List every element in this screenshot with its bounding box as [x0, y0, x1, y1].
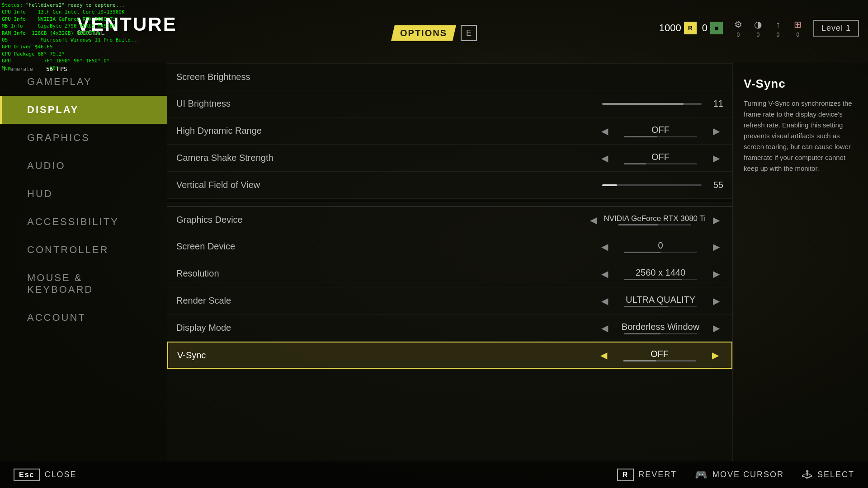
option-screen-brightness[interactable]: Screen Brightness [167, 63, 732, 90]
vsync-track [623, 360, 696, 361]
screen-device-arrow: ◀ 0 ▶ [330, 239, 723, 254]
screen-device-arrow-right[interactable]: ▶ [709, 239, 723, 254]
ui-brightness-label: UI Brightness [176, 99, 330, 109]
resource-sub-icon: ■ [710, 22, 723, 34]
ui-brightness-track [602, 103, 702, 105]
gpu-driver-label: GPU Driver [2, 44, 32, 50]
display-mode-arrow-right[interactable]: ▶ [709, 321, 723, 335]
vsync-value-wrapper: OFF [614, 349, 705, 361]
ram-info-value: 128GB (4x32GB) 4800MT/s [32, 30, 100, 36]
controller-icon: 🎮 [695, 469, 708, 481]
hud-icon-circle: ◑ 0 [752, 18, 764, 38]
sidebar: GAMEPLAY DISPLAY GRAPHICS AUDIO HUD ACCE… [0, 63, 167, 461]
cpu-package-value: 68° 79.2° [38, 51, 65, 57]
os-value: Microsoft Windows 11 Pro Build... [41, 37, 140, 43]
r-key[interactable]: R [617, 469, 634, 481]
render-scale-arrow: ◀ ULTRA QUALITY ▶ [330, 294, 723, 308]
camera-shake-arrow-right[interactable]: ▶ [709, 151, 723, 165]
close-action[interactable]: Esc CLOSE [14, 469, 77, 481]
select-icon: 🕹 [802, 469, 813, 481]
arrow-value: 0 [777, 32, 780, 38]
option-graphics-device[interactable]: Graphics Device ◀ NVIDIA GeForce RTX 308… [167, 206, 732, 233]
hdr-value: OFF [615, 125, 706, 135]
e-icon[interactable]: E [461, 25, 477, 41]
screen-device-label: Screen Device [176, 241, 330, 252]
screen-device-arrow-left[interactable]: ◀ [598, 239, 612, 254]
os-label: OS [2, 37, 8, 43]
graphics-device-control: ◀ NVIDIA GeForce RTX 3080 Ti ▶ [330, 213, 723, 227]
resolution-arrow-right[interactable]: ▶ [709, 267, 723, 281]
option-camera-shake[interactable]: Camera Shake Strength ◀ OFF ▶ [167, 145, 732, 172]
graphics-device-arrow-left[interactable]: ◀ [586, 213, 600, 227]
description-title: V-Sync [744, 77, 857, 91]
hdr-arrow-control: ◀ OFF ▶ [330, 124, 723, 138]
option-resolution[interactable]: Resolution ◀ 2560 x 1440 ▶ [167, 260, 732, 287]
vsync-value: OFF [614, 349, 705, 359]
sidebar-item-accessibility[interactable]: ACCESSIBILITY [0, 208, 167, 236]
camera-shake-track [624, 163, 697, 164]
sidebar-item-mouse-keyboard[interactable]: MOUSE & KEYBOARD [0, 264, 167, 304]
option-vsync[interactable]: V-Sync ◀ OFF ▶ [167, 342, 732, 369]
sidebar-item-controller[interactable]: CONTROLLER [0, 236, 167, 264]
options-center: OPTIONS E [391, 25, 477, 41]
select-action: 🕹 SELECT [802, 469, 854, 481]
hdr-control: ◀ OFF ▶ [330, 124, 723, 138]
circle-value: 0 [757, 32, 760, 38]
display-mode-arrow-left[interactable]: ◀ [598, 321, 612, 335]
top-right-hud: 1000 R 0 ■ ⚙ 0 ◑ 0 ↑ 0 ⊞ 0 Level 1 [659, 18, 859, 38]
cpu-package-label: CPU Package [2, 51, 35, 57]
gpu-driver-value: $46.65 [35, 44, 53, 50]
vsync-arrow-right[interactable]: ▶ [708, 348, 722, 362]
graphics-device-arrow-right[interactable]: ▶ [709, 213, 723, 227]
render-scale-arrow-left[interactable]: ◀ [598, 294, 612, 308]
hud-icons: ⚙ 0 ◑ 0 ↑ 0 ⊞ 0 [732, 18, 804, 38]
vfov-control: 55 [330, 180, 723, 190]
sidebar-item-audio[interactable]: AUDIO [0, 152, 167, 180]
graphics-device-value-wrapper: NVIDIA GeForce RTX 3080 Ti [604, 214, 706, 225]
vsync-arrow-left[interactable]: ◀ [597, 348, 611, 362]
display-mode-control: ◀ Borderless Window ▶ [330, 321, 723, 335]
option-hdr[interactable]: High Dynamic Range ◀ OFF ▶ [167, 117, 732, 145]
resolution-arrow-left[interactable]: ◀ [598, 267, 612, 281]
bottom-actions-right: R REVERT 🎮 MOVE CURSOR 🕹 SELECT [617, 469, 854, 481]
revert-action[interactable]: R REVERT [617, 469, 677, 481]
camera-shake-arrow-left[interactable]: ◀ [598, 151, 612, 165]
option-vfov[interactable]: Vertical Field of View 55 [167, 172, 732, 199]
render-scale-label: Render Scale [176, 296, 330, 306]
resource-icon: R [684, 22, 697, 34]
option-ui-brightness[interactable]: UI Brightness 11 [167, 90, 732, 117]
screen-brightness-label: Screen Brightness [176, 72, 330, 82]
revert-label: REVERT [638, 470, 677, 479]
circle-icon: ◑ [752, 18, 764, 31]
sidebar-item-graphics[interactable]: GRAPHICS [0, 124, 167, 152]
level-badge: Level 1 [813, 20, 859, 37]
arrow-up-icon: ↑ [772, 18, 784, 31]
display-mode-track [624, 333, 697, 334]
hdr-value-wrapper: OFF [615, 125, 706, 137]
sidebar-item-account[interactable]: ACCOUNT [0, 304, 167, 332]
vsync-arrow: ◀ OFF ▶ [331, 348, 722, 362]
hdr-arrow-left[interactable]: ◀ [598, 124, 612, 138]
esc-key[interactable]: Esc [14, 469, 40, 481]
gpu-info-value: NVIDIA GeForce RTX 3080 Ti [38, 16, 115, 22]
options-tab[interactable]: OPTIONS [391, 25, 456, 41]
vfov-slider[interactable]: 55 [330, 180, 723, 190]
sidebar-item-hud[interactable]: HUD [0, 180, 167, 208]
grid-value: 0 [797, 32, 800, 38]
option-display-mode[interactable]: Display Mode ◀ Borderless Window ▶ [167, 314, 732, 342]
hdr-arrow-right[interactable]: ▶ [709, 124, 723, 138]
render-scale-value: ULTRA QUALITY [615, 295, 706, 305]
option-screen-device[interactable]: Screen Device ◀ 0 ▶ [167, 233, 732, 260]
hud-icon-gear: ⚙ 0 [732, 18, 745, 38]
option-render-scale[interactable]: Render Scale ◀ ULTRA QUALITY ▶ [167, 287, 732, 314]
vfov-value: 55 [707, 180, 723, 190]
camera-shake-value: OFF [615, 152, 706, 162]
graphics-device-arrow: ◀ NVIDIA GeForce RTX 3080 Ti ▶ [330, 213, 723, 227]
ui-brightness-slider[interactable]: 11 [330, 99, 723, 109]
options-panel: Screen Brightness UI Brightness 11 High … [167, 63, 732, 461]
render-scale-arrow-right[interactable]: ▶ [709, 294, 723, 308]
resolution-arrow: ◀ 2560 x 1440 ▶ [330, 267, 723, 281]
render-scale-control: ◀ ULTRA QUALITY ▶ [330, 294, 723, 308]
sidebar-item-display[interactable]: DISPLAY [0, 96, 167, 124]
hdr-label: High Dynamic Range [176, 126, 330, 136]
